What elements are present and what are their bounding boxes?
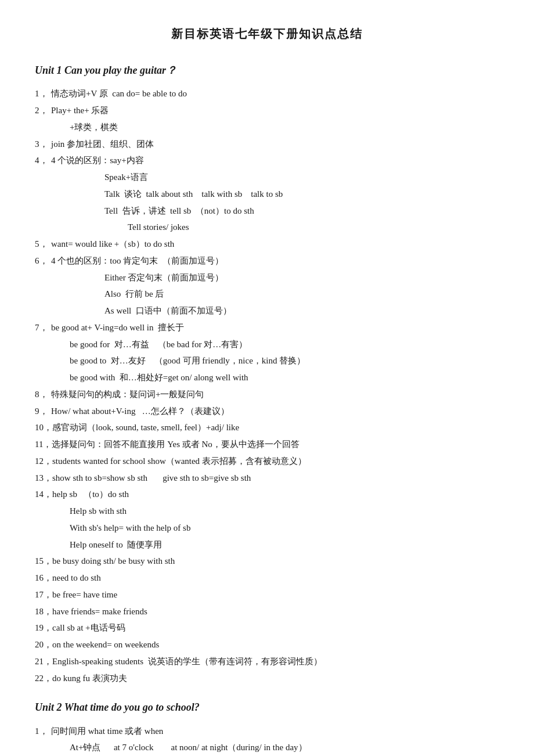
item-num: 12，	[35, 453, 52, 470]
item-content: join 参加社团、组织、团体	[51, 136, 499, 153]
list-item: With sb's help= with the help of sb	[70, 520, 499, 537]
item-num: 1，	[35, 723, 51, 740]
item-num: 22，	[35, 671, 52, 687]
item-num: 4，	[35, 153, 51, 169]
item-content: How/ what about+V-ing …怎么样？（表建议）	[51, 404, 499, 420]
item-num: 1，	[35, 86, 51, 102]
list-item: 22， do kung fu 表演功夫	[35, 671, 499, 687]
list-item: Help oneself to 随便享用	[70, 537, 499, 553]
list-item: 14， help sb （to）do sth	[35, 487, 499, 503]
list-item: Also 行前 be 后	[104, 286, 499, 303]
item-content: Speak+语言	[104, 170, 499, 186]
unit2-heading: Unit 2 What time do you go to school?	[35, 698, 499, 717]
item-content: 特殊疑问句的构成：疑问词+一般疑问句	[51, 387, 499, 403]
item-content: Help sb with sth	[70, 503, 499, 520]
item-num: 16，	[35, 570, 52, 586]
item-num: 11，	[35, 437, 52, 453]
item-content: Tell 告诉，讲述 tell sb （not）to do sth	[104, 203, 499, 219]
item-content: Play+ the+ 乐器	[51, 103, 499, 119]
item-num: 9，	[35, 404, 51, 420]
item-content: 4 个也的区别：too 肯定句末 （前面加逗号）	[51, 253, 499, 269]
item-content: be good to 对…友好 （good 可用 friendly，nice，k…	[70, 353, 499, 369]
unit1-heading: Unit 1 Can you play the guitar？	[35, 61, 499, 80]
list-item: 6， 4 个也的区别：too 肯定句末 （前面加逗号）	[35, 253, 499, 269]
item-content: call sb at +电话号码	[52, 620, 499, 636]
item-content: need to do sth	[52, 570, 499, 586]
item-content: With sb's help= with the help of sb	[70, 520, 499, 537]
item-num: 8，	[35, 387, 51, 403]
item-content: English-speaking students 说英语的学生（带有连词符，有…	[52, 654, 499, 670]
item-content: As well 口语中（前面不加逗号）	[104, 303, 499, 319]
item-num: 6，	[35, 253, 51, 269]
item-num: 20，	[35, 637, 52, 653]
list-item: 9， How/ what about+V-ing …怎么样？（表建议）	[35, 404, 499, 420]
item-content: have friends= make friends	[52, 604, 499, 620]
list-item: be good for 对…有益 （be bad for 对…有害）	[70, 337, 499, 353]
item-content: 情态动词+V 原 can do= be able to do	[51, 86, 499, 102]
item-content: Help oneself to 随便享用	[70, 537, 499, 553]
item-num: 10，	[35, 420, 52, 436]
item-num: 19，	[35, 620, 52, 636]
list-item: 3， join 参加社团、组织、团体	[35, 136, 499, 153]
item-num: 18，	[35, 604, 52, 620]
item-num: 7，	[35, 320, 51, 336]
list-item: 11， 选择疑问句：回答不能直接用 Yes 或者 No，要从中选择一个回答	[35, 437, 499, 453]
list-item: be good to 对…友好 （good 可用 friendly，nice，k…	[70, 353, 499, 369]
item-content: Either 否定句末（前面加逗号）	[104, 270, 499, 286]
list-item: 17， be free= have time	[35, 587, 499, 603]
list-item: 16， need to do sth	[35, 570, 499, 586]
item-num: 14，	[35, 487, 52, 503]
item-num: 17，	[35, 587, 52, 603]
list-item: be good with 和…相处好=get on/ along well wi…	[70, 370, 499, 386]
list-item: 13， show sth to sb=show sb sth give sth …	[35, 470, 499, 487]
list-item: 7， be good at+ V-ing=do well in 擅长于	[35, 320, 499, 336]
item-num: 15，	[35, 553, 52, 570]
item-content: be good at+ V-ing=do well in 擅长于	[51, 320, 499, 336]
list-item: 5， want= would like +（sb）to do sth	[35, 236, 499, 253]
item-num: 21，	[35, 654, 52, 670]
list-item: Tell stories/ jokes	[128, 219, 499, 236]
list-item: 1， 问时间用 what time 或者 when	[35, 723, 499, 740]
item-content: students wanted for school show（wanted 表…	[52, 453, 499, 470]
item-content: be good with 和…相处好=get on/ along well wi…	[70, 370, 499, 386]
list-item: 15， be busy doing sth/ be busy with sth	[35, 553, 499, 570]
item-content: At+钟点 at 7 o'clock at noon/ at night（dur…	[70, 740, 499, 756]
list-item: 19， call sb at +电话号码	[35, 620, 499, 636]
item-content: be good for 对…有益 （be bad for 对…有害）	[70, 337, 499, 353]
item-num: 3，	[35, 136, 51, 153]
list-item: +球类，棋类	[70, 120, 499, 136]
item-content: 感官动词（look, sound, taste, smell, feel）+ad…	[52, 420, 499, 436]
item-content: 问时间用 what time 或者 when	[51, 723, 499, 740]
item-content: on the weekend= on weekends	[52, 637, 499, 653]
unit1-section: Unit 1 Can you play the guitar？ 1， 情态动词+…	[35, 61, 499, 686]
list-item: Talk 谈论 talk about sth talk with sb talk…	[104, 186, 499, 203]
item-content: Also 行前 be 后	[104, 286, 499, 303]
item-content: show sth to sb=show sb sth give sth to s…	[52, 470, 499, 487]
unit2-section: Unit 2 What time do you go to school? 1，…	[35, 698, 499, 756]
list-item: 18， have friends= make friends	[35, 604, 499, 620]
item-content: 4 个说的区别：say+内容	[51, 153, 499, 169]
list-item: Either 否定句末（前面加逗号）	[104, 270, 499, 286]
list-item: 10， 感官动词（look, sound, taste, smell, feel…	[35, 420, 499, 436]
item-content: Talk 谈论 talk about sth talk with sb talk…	[104, 186, 499, 203]
item-content: Tell stories/ jokes	[128, 219, 499, 236]
list-item: 8， 特殊疑问句的构成：疑问词+一般疑问句	[35, 387, 499, 403]
item-num: 5，	[35, 236, 51, 253]
item-content: do kung fu 表演功夫	[52, 671, 499, 687]
item-content: want= would like +（sb）to do sth	[51, 236, 499, 253]
item-content: be busy doing sth/ be busy with sth	[52, 553, 499, 570]
list-item: At+钟点 at 7 o'clock at noon/ at night（dur…	[70, 740, 499, 756]
item-num: 13，	[35, 470, 52, 487]
item-content: be free= have time	[52, 587, 499, 603]
list-item: 20， on the weekend= on weekends	[35, 637, 499, 653]
list-item: Tell 告诉，讲述 tell sb （not）to do sth	[104, 203, 499, 219]
list-item: Help sb with sth	[70, 503, 499, 520]
list-item: As well 口语中（前面不加逗号）	[104, 303, 499, 319]
list-item: 2， Play+ the+ 乐器	[35, 103, 499, 119]
page-title: 新目标英语七年级下册知识点总结	[35, 23, 499, 45]
item-content: +球类，棋类	[70, 120, 499, 136]
item-content: 选择疑问句：回答不能直接用 Yes 或者 No，要从中选择一个回答	[52, 437, 499, 453]
item-content: help sb （to）do sth	[52, 487, 499, 503]
list-item: 1， 情态动词+V 原 can do= be able to do	[35, 86, 499, 102]
list-item: 4， 4 个说的区别：say+内容	[35, 153, 499, 169]
